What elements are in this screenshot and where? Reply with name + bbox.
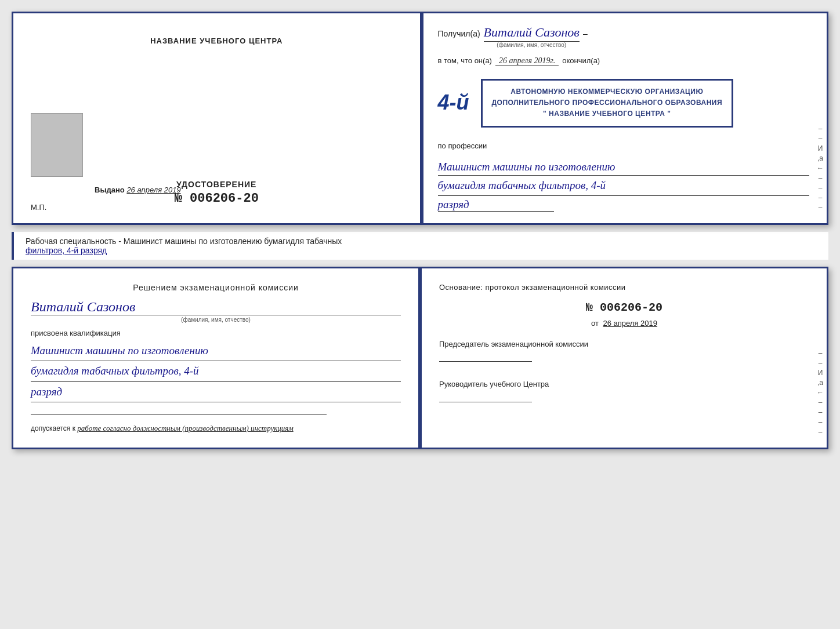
bottom-right-strips: – – И ,а ← – – – – (814, 268, 827, 448)
recipient-name: Виталий Сазонов (484, 25, 580, 42)
strip-dash3: – (819, 194, 823, 202)
page-container: НАЗВАНИЕ УЧЕБНОГО ЦЕНТРА УДОСТОВЕРЕНИЕ №… (12, 12, 828, 449)
bottom-strip-dash4: – (819, 408, 823, 416)
bottom-razryad: разряд (31, 382, 401, 402)
strip-letter-i: И (818, 144, 823, 152)
okonchil-label: окончил(а) (562, 56, 600, 65)
bottom-right-page: Основание: протокол экзаменационной коми… (422, 268, 827, 448)
profession-line1: Машинист машины по изготовлению (438, 159, 810, 176)
stamp-area: 4-й АВТОНОМНУЮ НЕКОММЕРЧЕСКУЮ ОРГАНИЗАЦИ… (438, 74, 810, 132)
prisvoena-label: присвоена квалификация (31, 329, 401, 337)
cert-right-page: Получил(а) Виталий Сазонов (фамилия, имя… (423, 13, 827, 223)
recipient-line: Получил(а) Виталий Сазонов (фамилия, имя… (438, 25, 810, 48)
cert-number: № 006206-20 (175, 191, 259, 206)
cert-photo (31, 113, 83, 177)
dopusk-prefix: допускается к (31, 424, 75, 432)
rukovoditel-sig-line (439, 402, 532, 402)
strip-letter-a: ,а (817, 154, 823, 162)
bottom-strip-a: ,а (817, 379, 823, 387)
bottom-strip-dash6: – (819, 428, 823, 436)
predsedatel-block: Председатель экзаменационной комиссии (439, 339, 809, 362)
cert-udost-label: УДОСТОВЕРЕНИЕ (175, 180, 259, 189)
cert-training-center-title: НАЗВАНИЕ УЧЕБНОГО ЦЕНТРА (150, 37, 283, 45)
bottom-strip-dash3: – (819, 398, 823, 406)
cert-udostoverenie-block: УДОСТОВЕРЕНИЕ № 006206-20 (175, 180, 259, 206)
cert-issued-block: Выдано 26 апреля 2019 (95, 186, 181, 194)
right-strips: – – И ,а ← – – – – (814, 13, 827, 223)
date-handwritten: 26 апреля 2019г. (495, 56, 559, 66)
razryad: разряд (438, 198, 554, 212)
bottom-strip-dash1: – (819, 349, 823, 357)
bottom-name-sub: (фамилия, имя, отчество) (31, 317, 401, 323)
dopusk-line: допускается к работе согласно должностны… (31, 424, 401, 433)
recipient-sub: (фамилия, имя, отчество) (497, 42, 566, 48)
predsedatel-label: Председатель экзаменационной комиссии (439, 339, 809, 350)
resolution-title: Решением экзаменационной комиссии (31, 283, 401, 292)
strip-dash4: – (819, 203, 823, 212)
stamp-line3: " НАЗВАНИЕ УЧЕБНОГО ЦЕНТРА " (492, 108, 723, 119)
cert-issued-label: Выдано (95, 186, 125, 194)
bottom-profession-line2: бумагидля табачных фильтров, 4-й (31, 361, 401, 381)
strip-dash1: – (819, 174, 823, 182)
predsedatel-sig-line (439, 361, 532, 362)
rukovoditel-block: Руководитель учебного Центра (439, 379, 809, 402)
bottom-strip-arrow: ← (817, 388, 824, 397)
top-certificate: НАЗВАНИЕ УЧЕБНОГО ЦЕНТРА УДОСТОВЕРЕНИЕ №… (12, 12, 828, 225)
cert-left-page: НАЗВАНИЕ УЧЕБНОГО ЦЕНТРА УДОСТОВЕРЕНИЕ №… (13, 13, 420, 223)
poluchil-label: Получил(а) (438, 29, 480, 38)
rukovoditel-label: Руководитель учебного Центра (439, 379, 809, 390)
osnov-label: Основание: протокол экзаменационной коми… (439, 283, 809, 292)
vtom-prefix: в том, что он(а) (438, 56, 492, 65)
protocol-number: № 006206-20 (439, 301, 809, 314)
bottom-name-block: Виталий Сазонов (фамилия, имя, отчество) (31, 299, 401, 323)
strip-arrow: ← (817, 164, 824, 172)
dopusk-text: работе согласно должностным (производств… (77, 424, 293, 432)
stamp-number: 4-й (438, 92, 469, 113)
strip-i2: – (819, 134, 823, 143)
bottom-strip-dash2: – (819, 359, 823, 367)
stamp-line1: АВТОНОМНУЮ НЕКОММЕРЧЕСКУЮ ОРГАНИЗАЦИЮ (492, 86, 723, 97)
bottom-profession-block: Машинист машины по изготовлению бумагидл… (31, 341, 401, 402)
info-bar: Рабочая специальность - Машинист машины … (12, 232, 828, 260)
stamp-line2: ДОПОЛНИТЕЛЬНОГО ПРОФЕССИОНАЛЬНОГО ОБРАЗО… (492, 97, 723, 108)
strip-i: – (819, 125, 823, 133)
cert-issued-date: 26 апреля 2019 (126, 186, 180, 194)
ot-prefix: от (591, 319, 599, 328)
vtom-line: в том, что он(а) 26 апреля 2019г. окончи… (438, 56, 810, 66)
bottom-profession-line1: Машинист машины по изготовлению (31, 341, 401, 361)
po-professii-label: по профессии (438, 140, 810, 151)
profession-label: по профессии (438, 141, 487, 150)
profession-block: Машинист машины по изготовлению бумагидл… (438, 159, 810, 212)
profession-line2: бумагидля табачных фильтров, 4-й (438, 176, 810, 196)
bottom-certificate: Решением экзаменационной комиссии Витали… (12, 267, 828, 449)
dash-after-name: – (583, 29, 588, 38)
cert-mp: М.П. (31, 203, 46, 212)
bottom-left-page: Решением экзаменационной комиссии Витали… (13, 268, 418, 448)
protocol-date-value: 26 апреля 2019 (603, 319, 658, 328)
protocol-date: от 26 апреля 2019 (439, 319, 809, 328)
info-text-underlined: фильтров, 4-й разряд (26, 246, 107, 255)
stamp-box: АВТОНОМНУЮ НЕКОММЕРЧЕСКУЮ ОРГАНИЗАЦИЮ ДО… (481, 79, 734, 128)
bottom-strip-dash5: – (819, 418, 823, 426)
strip-dash2: – (819, 184, 823, 192)
bottom-recipient-name: Виталий Сазонов (31, 299, 401, 315)
info-text-prefix: Рабочая специальность - Машинист машины … (26, 237, 342, 246)
bottom-strip-i: И (818, 369, 823, 377)
cert-right-content: Получил(а) Виталий Сазонов (фамилия, имя… (438, 25, 810, 212)
